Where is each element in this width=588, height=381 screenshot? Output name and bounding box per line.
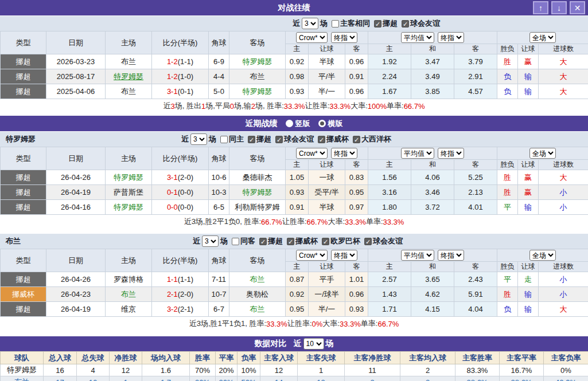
home-team[interactable]: 布兰 bbox=[106, 84, 152, 99]
arrow-up-icon[interactable]: ↑ bbox=[533, 1, 548, 14]
col-away: 客场 bbox=[229, 147, 286, 170]
corner-score: 10-3 bbox=[209, 185, 229, 200]
match-score: 1-1(1-1) bbox=[152, 272, 209, 287]
away-team[interactable]: 布兰 bbox=[229, 272, 286, 287]
home-team[interactable]: 布兰 bbox=[106, 54, 152, 69]
home-team[interactable]: 特罗姆瑟 bbox=[106, 170, 152, 185]
team1-summary: 近3场,胜2平1负0, 胜率:66.7% 让胜率:66.7% 大率:33.3% … bbox=[0, 215, 588, 229]
h2h-near-count-select[interactable]: 3 bbox=[302, 18, 318, 29]
away-team[interactable]: 布兰 bbox=[229, 302, 286, 317]
stat-value: 0% bbox=[544, 364, 588, 376]
col-avg-home: 主 bbox=[368, 262, 411, 272]
away-team[interactable]: 特罗姆瑟 bbox=[229, 84, 286, 99]
odds-away: 0.95 bbox=[345, 185, 368, 200]
home-team[interactable]: 布兰 bbox=[106, 287, 152, 302]
result-goals: 大 bbox=[539, 302, 588, 317]
away-team[interactable]: 特罗姆瑟 bbox=[229, 185, 286, 200]
checkbox-friendly[interactable]: ✓ bbox=[364, 238, 372, 245]
home-team[interactable]: 特罗姆瑟 bbox=[106, 69, 152, 84]
col-odds-away: 客 bbox=[345, 262, 368, 272]
col-home: 主场 bbox=[106, 249, 152, 272]
result-handicap: 赢 bbox=[518, 170, 539, 185]
table-row: 挪超 26-04-26 罗森博格 1-1(1-1) 7-11 布兰 0.87 平… bbox=[1, 272, 588, 287]
team2-near-count-select[interactable]: 3 bbox=[202, 235, 219, 247]
checkbox-league[interactable]: ✓ bbox=[374, 20, 381, 28]
match-score: 0-0(0-0) bbox=[152, 200, 209, 215]
games-label: 场 bbox=[209, 134, 216, 144]
stat-value: 28.6% bbox=[500, 376, 544, 381]
final-odds-select2[interactable]: 终指 bbox=[438, 250, 464, 261]
avg-draw: 4.15 bbox=[411, 302, 454, 317]
average-select[interactable]: 平均值 bbox=[401, 250, 434, 261]
away-team[interactable]: 特罗姆瑟 bbox=[229, 54, 286, 69]
result-handicap: 走 bbox=[518, 272, 539, 287]
odds-home: 0.93 bbox=[286, 185, 309, 200]
stat-value: 70% bbox=[190, 364, 216, 376]
checkbox-friendly[interactable]: ✓ bbox=[402, 20, 409, 28]
bookmaker-select[interactable]: Crow* bbox=[296, 250, 328, 261]
checkbox-same-homeaway[interactable] bbox=[332, 20, 339, 28]
bookmaker-select[interactable]: Crow* bbox=[296, 32, 328, 43]
match-date: 26-04-26 bbox=[46, 272, 106, 287]
final-odds-select[interactable]: 终指 bbox=[331, 32, 357, 43]
team1-near-count-select[interactable]: 3 bbox=[190, 133, 207, 145]
avg-group: 平均值终指 bbox=[368, 147, 497, 160]
checkbox-europa-cup[interactable]: ✓ bbox=[322, 238, 329, 245]
checkbox-norway-cup[interactable]: ✓ bbox=[287, 238, 294, 245]
odds-handicap: 一/球半 bbox=[309, 287, 345, 302]
home-team[interactable]: 特罗姆瑟 bbox=[106, 200, 152, 215]
checkbox-atlantic-cup[interactable]: ✓ bbox=[353, 136, 360, 143]
col-ha-goals-for: 主客入球 bbox=[260, 352, 298, 364]
home-team[interactable]: 维京 bbox=[106, 302, 152, 317]
arrow-down-icon[interactable]: ↓ bbox=[551, 1, 567, 14]
checkbox-same-home[interactable] bbox=[220, 136, 228, 143]
col-score: 比分(半场) bbox=[152, 147, 209, 170]
checkbox-league[interactable]: ✓ bbox=[248, 136, 255, 143]
away-team[interactable]: 利勒斯特罗姆 bbox=[229, 200, 286, 215]
team-name[interactable]: 布兰 bbox=[1, 376, 44, 381]
col-type: 类型 bbox=[1, 249, 46, 272]
layout-radio-vertical[interactable]: 竖版 bbox=[286, 119, 310, 129]
close-icon[interactable]: ✕ bbox=[570, 1, 585, 14]
home-team[interactable]: 罗森博格 bbox=[106, 272, 152, 287]
fulltime-select[interactable]: 全场 bbox=[529, 32, 556, 43]
away-team[interactable]: 布兰 bbox=[229, 69, 286, 84]
bookmaker-select[interactable]: Crow* bbox=[296, 148, 328, 159]
average-select[interactable]: 平均值 bbox=[401, 32, 434, 43]
checkbox-norway-cup[interactable]: ✓ bbox=[318, 136, 325, 143]
league-badge: 挪超 bbox=[1, 200, 46, 215]
stat-value: 12 bbox=[260, 364, 298, 376]
corner-score: 6-5 bbox=[209, 200, 229, 215]
stat-value: 2 bbox=[400, 376, 455, 381]
avg-draw: 3.49 bbox=[411, 69, 454, 84]
result-winloss: 负 bbox=[497, 302, 518, 317]
average-select[interactable]: 平均值 bbox=[401, 148, 434, 159]
away-team[interactable]: 奥勒松 bbox=[229, 287, 286, 302]
stat-value: 83.3% bbox=[455, 364, 500, 376]
col-odds-home: 主 bbox=[286, 44, 309, 54]
final-odds-select2[interactable]: 终指 bbox=[438, 148, 464, 159]
layout-radio-horizontal[interactable]: 横版 bbox=[318, 119, 343, 129]
final-odds-select[interactable]: 终指 bbox=[331, 148, 357, 159]
games-label: 场 bbox=[320, 18, 328, 29]
final-odds-select[interactable]: 终指 bbox=[331, 250, 357, 261]
odds-home: 0.92 bbox=[286, 54, 309, 69]
corner-score: 10-6 bbox=[209, 170, 229, 185]
fulltime-select[interactable]: 全场 bbox=[529, 250, 556, 261]
match-date: 2025-08-17 bbox=[46, 69, 106, 84]
league-badge: 挪超 bbox=[1, 170, 46, 185]
team-name[interactable]: 特罗姆瑟 bbox=[1, 364, 44, 376]
checkbox-league[interactable]: ✓ bbox=[259, 238, 267, 245]
col-handicap: 让球 bbox=[309, 262, 345, 272]
away-team[interactable]: 桑德菲杰 bbox=[229, 170, 286, 185]
checkbox-friendly[interactable]: ✓ bbox=[275, 136, 283, 143]
compare-near-count-select[interactable]: 10 bbox=[303, 338, 324, 349]
stat-value: 2 bbox=[400, 364, 455, 376]
corner-score: 4-4 bbox=[209, 69, 229, 84]
fulltime-select[interactable]: 全场 bbox=[529, 148, 556, 159]
final-odds-select2[interactable]: 终指 bbox=[438, 32, 464, 43]
home-team[interactable]: 萨普斯堡 bbox=[106, 185, 152, 200]
table-row: 挪超 26-04-19 萨普斯堡 0-1(0-0) 10-3 特罗姆瑟 0.93… bbox=[1, 185, 588, 200]
checkbox-label: 主客相同 bbox=[340, 18, 370, 29]
checkbox-same-away[interactable] bbox=[232, 238, 239, 245]
